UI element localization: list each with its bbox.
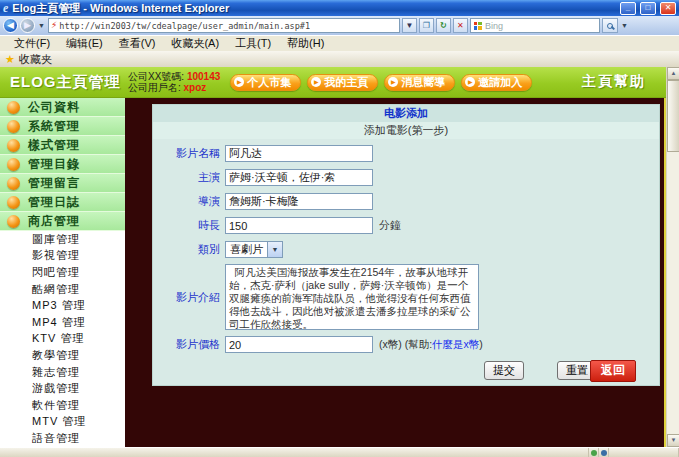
menu-item[interactable]: 收藏夹(A) bbox=[163, 36, 227, 51]
address-dropdown-icon[interactable]: ▼ bbox=[402, 18, 417, 33]
price-label: 影片價格 bbox=[153, 337, 225, 352]
compatibility-view-icon[interactable]: ❐ bbox=[419, 18, 434, 33]
price-input[interactable] bbox=[225, 336, 373, 353]
favorites-bar: ★ 收藏夹 bbox=[0, 51, 679, 67]
sidebar: 公司資料 系統管理 樣式管理 管理目錄 管理留言 管理日誌 商店管理 圖庫管理 … bbox=[0, 98, 125, 447]
search-input[interactable]: Bing bbox=[470, 18, 600, 33]
sidebar-main-label: 管理目錄 bbox=[28, 156, 80, 173]
favorites-label[interactable]: 收藏夹 bbox=[19, 52, 52, 67]
search-go-button[interactable] bbox=[602, 18, 618, 33]
back-button[interactable]: 返回 bbox=[590, 360, 636, 382]
sidebar-sub-label: 雜志管理 bbox=[32, 365, 80, 380]
category-select[interactable]: 喜劇片 ▼ bbox=[225, 241, 283, 258]
site-header: ELOG主頁管理 公司XX號碼: 100143 公司用戶名: xpoz ▶ 个人… bbox=[0, 67, 666, 98]
orb-icon bbox=[7, 158, 20, 171]
sidebar-main-item[interactable]: 管理日誌 bbox=[0, 193, 125, 212]
movie-name-input[interactable] bbox=[225, 145, 373, 162]
play-icon: ▶ bbox=[311, 77, 321, 87]
header-nav-button[interactable]: ▶ 邀請加入 bbox=[461, 74, 532, 91]
page-scrollbar[interactable]: ▲ ▼ bbox=[666, 67, 679, 447]
status-bar bbox=[0, 447, 679, 457]
sidebar-sub-item[interactable]: MP3 管理 bbox=[0, 297, 125, 314]
scrollbar-thumb[interactable] bbox=[667, 80, 679, 152]
back-icon[interactable]: ◀ bbox=[3, 18, 18, 33]
sidebar-sub-item[interactable]: 教學管理 bbox=[0, 347, 125, 364]
starring-input[interactable] bbox=[225, 169, 373, 186]
intro-label: 影片介紹 bbox=[153, 290, 225, 305]
sidebar-main-label: 商店管理 bbox=[28, 213, 80, 230]
sidebar-sub-item[interactable]: 游戲管理 bbox=[0, 380, 125, 397]
search-options-chevron-icon[interactable]: ▼ bbox=[620, 22, 629, 29]
orb-icon bbox=[7, 215, 20, 228]
menu-item[interactable]: 文件(F) bbox=[6, 36, 58, 51]
menu-item[interactable]: 查看(V) bbox=[111, 36, 164, 51]
address-input[interactable]: ⚡ http://win2003/tw/cdealpage/user_admin… bbox=[48, 18, 400, 33]
menu-item[interactable]: 工具(T) bbox=[227, 36, 279, 51]
form-row: 時長 分鐘 bbox=[153, 216, 659, 235]
price-help-pre: (x幣) (幫助: bbox=[379, 338, 432, 350]
sidebar-main-label: 管理留言 bbox=[28, 175, 80, 192]
play-icon: ▶ bbox=[234, 77, 244, 87]
sidebar-sub-menu: 圖庫管理 影視管理 閃吧管理 酷網管理 MP3 管理 MP4 管理 KTV 管理… bbox=[0, 231, 125, 447]
company-user-label: 公司用戶名: bbox=[128, 82, 181, 93]
sidebar-sub-item[interactable]: 影視管理 bbox=[0, 248, 125, 265]
sidebar-sub-item[interactable]: 語音管理 bbox=[0, 430, 125, 447]
sidebar-sub-label: MTV 管理 bbox=[32, 414, 86, 429]
form-actions: 提交 重置 返回 bbox=[153, 359, 659, 385]
scroll-up-icon[interactable]: ▲ bbox=[667, 67, 679, 80]
menu-item[interactable]: 帮助(H) bbox=[279, 36, 332, 51]
intro-textarea[interactable]: 阿凡达美国海报故事发生在2154年，故事从地球开始，杰克·萨利（jake sul… bbox=[225, 264, 479, 330]
orb-icon bbox=[7, 120, 20, 133]
search-icon bbox=[607, 23, 613, 29]
minimize-button[interactable]: _ bbox=[620, 2, 636, 15]
duration-label: 時長 bbox=[153, 218, 225, 233]
sidebar-main-item[interactable]: 公司資料 bbox=[0, 98, 125, 117]
sidebar-sub-item[interactable]: MTV 管理 bbox=[0, 414, 125, 431]
header-nav-label: 我的主頁 bbox=[324, 75, 368, 90]
menu-item[interactable]: 编辑(E) bbox=[58, 36, 111, 51]
sidebar-main-item[interactable]: 系統管理 bbox=[0, 117, 125, 136]
sidebar-sub-label: 語音管理 bbox=[32, 431, 80, 446]
sidebar-sub-item[interactable]: 閃吧管理 bbox=[0, 264, 125, 281]
sidebar-sub-label: 圖庫管理 bbox=[32, 232, 80, 247]
sidebar-sub-item[interactable]: 雜志管理 bbox=[0, 364, 125, 381]
sidebar-sub-item[interactable]: 軟件管理 bbox=[0, 397, 125, 414]
header-nav-button[interactable]: ▶ 个人市集 bbox=[230, 74, 301, 91]
sidebar-main-menu: 公司資料 系統管理 樣式管理 管理目錄 管理留言 管理日誌 商店管理 bbox=[0, 98, 125, 231]
sidebar-sub-item[interactable]: KTV 管理 bbox=[0, 331, 125, 348]
close-button[interactable]: ✕ bbox=[660, 2, 676, 15]
scroll-down-icon[interactable]: ▼ bbox=[667, 434, 679, 447]
sidebar-sub-item[interactable]: MP4 管理 bbox=[0, 314, 125, 331]
header-nav-button[interactable]: ▶ 我的主頁 bbox=[307, 74, 378, 91]
sidebar-sub-item[interactable]: 圖庫管理 bbox=[0, 231, 125, 248]
sidebar-sub-item[interactable]: 酷網管理 bbox=[0, 281, 125, 298]
refresh-icon[interactable]: ↻ bbox=[436, 18, 451, 33]
submit-button[interactable]: 提交 bbox=[484, 361, 524, 380]
starring-label: 主演 bbox=[153, 170, 225, 185]
sidebar-sub-label: KTV 管理 bbox=[32, 331, 84, 346]
form-row: 影片名稱 bbox=[153, 144, 659, 163]
history-chevron-icon[interactable]: ▼ bbox=[37, 22, 46, 29]
sidebar-main-item[interactable]: 樣式管理 bbox=[0, 136, 125, 155]
forward-icon[interactable]: ▶ bbox=[20, 18, 35, 33]
header-nav-button[interactable]: ▶ 消息嚮導 bbox=[384, 74, 455, 91]
director-input[interactable] bbox=[225, 193, 373, 210]
star-icon: ★ bbox=[5, 54, 15, 65]
address-bar: ◀ ▶ ▼ ⚡ http://win2003/tw/cdealpage/user… bbox=[0, 16, 679, 35]
sidebar-main-item[interactable]: 商店管理 bbox=[0, 212, 125, 231]
maximize-button[interactable]: □ bbox=[640, 2, 656, 15]
stop-icon[interactable]: ✕ bbox=[453, 18, 468, 33]
duration-unit: 分鐘 bbox=[379, 218, 401, 233]
bing-logo-icon bbox=[474, 22, 482, 30]
chevron-down-icon: ▼ bbox=[267, 242, 282, 257]
sidebar-main-item[interactable]: 管理留言 bbox=[0, 174, 125, 193]
sidebar-sub-label: 軟件管理 bbox=[32, 398, 80, 413]
price-help-link[interactable]: 什麼是x幣 bbox=[432, 338, 479, 350]
help-link[interactable]: 主頁幫助 bbox=[582, 73, 646, 91]
sidebar-sub-label: 閃吧管理 bbox=[32, 265, 80, 280]
sidebar-sub-label: 酷網管理 bbox=[32, 282, 80, 297]
site-brand: ELOG主頁管理 bbox=[10, 73, 128, 92]
duration-input[interactable] bbox=[225, 217, 373, 234]
form-row: 影片價格 (x幣) (幫助:什麼是x幣) bbox=[153, 335, 659, 354]
sidebar-main-item[interactable]: 管理目錄 bbox=[0, 155, 125, 174]
